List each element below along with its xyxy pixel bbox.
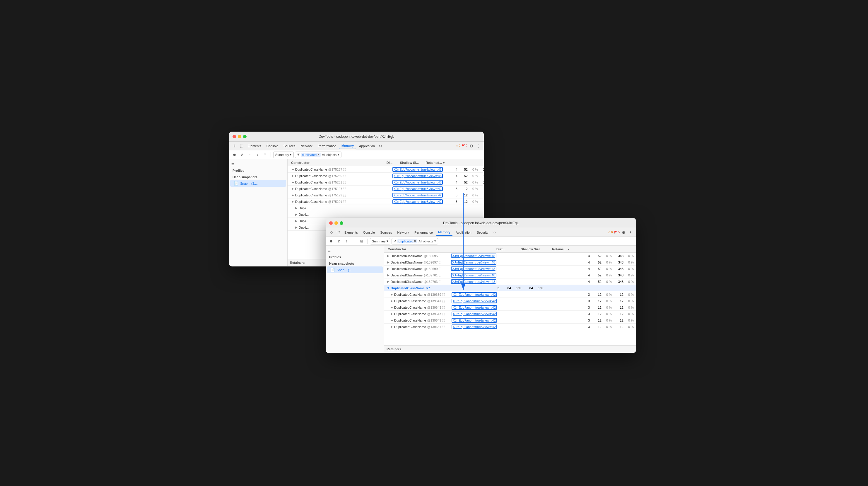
snapshot-item-1[interactable]: 📄 Snap... (3.... <box>230 180 286 187</box>
inspect-icon-2[interactable]: ⬚ <box>335 229 341 236</box>
group-row[interactable]: ▼ DuplicatedClassName ×7 3 84 0 % 84 0 % <box>384 285 636 291</box>
more-tabs-1[interactable]: >> <box>378 144 384 148</box>
error-badge-2: 🚩 5 <box>614 231 620 234</box>
row-link[interactable]: XJrrEgL?nocache=true&view=:42 <box>393 193 443 198</box>
table-row[interactable]: ▶ DuplicatedClassName @139649 ⬚ XJrrEgL?… <box>384 317 636 324</box>
row-link-w2[interactable]: XJrrEgL?anon=true&view=:42 <box>452 305 497 310</box>
cursor-icon-2[interactable]: ⊹ <box>328 229 335 236</box>
row-link-w2[interactable]: XJrrEgL?anon=true&view=:42 <box>452 324 497 329</box>
summary-label-1: Summary <box>275 153 289 156</box>
tab-console-2[interactable]: Console <box>361 229 377 236</box>
row-link-w2[interactable]: XJrrEgL?anon=true&view=:48 <box>451 254 496 258</box>
snapshot-label-1: Snap... (3.... <box>240 182 258 185</box>
tab-security-2[interactable]: Security <box>474 229 491 236</box>
minimize-button[interactable] <box>238 135 241 138</box>
download-btn-2[interactable]: ↓ <box>351 238 357 245</box>
row-link-w2[interactable]: XJrrEgL?anon=true&view=:48 <box>451 266 496 271</box>
tab-application-1[interactable]: Application <box>357 143 377 149</box>
download-btn-1[interactable]: ↓ <box>254 151 260 158</box>
menu-icon-1[interactable]: ⋮ <box>475 143 482 149</box>
inspect-icon[interactable]: ⬚ <box>238 143 245 149</box>
filter-clear-2[interactable]: ✕ <box>414 239 416 243</box>
row-link-w2[interactable]: XJrrEgL?anon=true&view=:48 <box>451 273 496 278</box>
table-row[interactable]: ▶ DuplicatedClassName @139639 ⬚ XJrrEgL?… <box>384 291 636 298</box>
filter-clear-1[interactable]: ✕ <box>317 153 319 156</box>
table-row[interactable]: ▶ Dupli... <box>287 211 484 218</box>
titlebar-2: DevTools - codepen.io/web-dot-dev/pen/XJ… <box>326 218 636 228</box>
row-constructor: ▶ DuplicatedClassName @175261 ⬚ <box>290 180 378 184</box>
tab-memory-1[interactable]: Memory <box>339 143 356 149</box>
summary-dropdown-1[interactable]: Summary ▾ <box>273 151 294 158</box>
row-link-w2[interactable]: XJrrEgL?anon=true&view=:42 <box>452 292 497 297</box>
row-link-w2[interactable]: XJrrEgL?anon=true&view=:42 <box>452 299 497 304</box>
main-content-2: Constructor Dist... Shallow Size Retaine… <box>384 246 636 352</box>
alerts-1: ⚠ 2 🚩 2 <box>456 144 467 147</box>
minimize-button-2[interactable] <box>335 221 338 225</box>
settings-icon-1[interactable]: ⚙ <box>468 143 474 149</box>
traffic-lights-2 <box>329 221 343 225</box>
stats-btn-1[interactable]: ⊟ <box>262 151 268 158</box>
table-row[interactable]: ▶ DuplicatedClassName @175261 ⬚ XJrrEgL?… <box>287 179 484 185</box>
table-row[interactable]: ▶ DuplicatedClassName @175259 ⬚ XJrrEgL?… <box>287 173 484 179</box>
cursor-icon[interactable]: ⊹ <box>231 143 238 149</box>
record-btn-1[interactable]: ⏺ <box>231 151 238 158</box>
tab-network-2[interactable]: Network <box>395 229 411 236</box>
row-link[interactable]: XJrrEgL?nocache=true&view=:48 <box>393 167 443 172</box>
tab-elements-1[interactable]: Elements <box>245 143 264 149</box>
expand-icon[interactable]: ▶ <box>291 168 294 171</box>
stats-btn-2[interactable]: ⊟ <box>359 238 365 245</box>
row-link-w2[interactable]: XJrrEgL?anon=true&view=:42 <box>452 312 497 316</box>
toolbar-2: ⏺ ⊘ ↑ ↓ ⊟ Summary ▾ ⧩ duplicated ✕ All o… <box>326 237 636 246</box>
table-row[interactable]: ▶ DuplicatedClassName @139695 ⬚ XJrrEgL?… <box>384 253 636 259</box>
tab-sources-2[interactable]: Sources <box>378 229 394 236</box>
table-row[interactable]: ▶ DuplicatedClassName @139643 ⬚ XJrrEgL?… <box>384 304 636 311</box>
heapsnapshots-title-1: Heap snapshots <box>229 174 287 180</box>
close-button-2[interactable] <box>329 221 333 225</box>
maximize-button[interactable] <box>243 135 247 138</box>
tab-network-1[interactable]: Network <box>299 143 315 149</box>
row-link-w2[interactable]: XJrrEgL?anon=true&view=:48 <box>451 260 496 265</box>
table-row[interactable]: ▶ DuplicatedClassName @139647 ⬚ XJrrEgL?… <box>384 311 636 317</box>
table-row[interactable]: ▶ DuplicatedClassName @139697 ⬚ XJrrEgL?… <box>384 259 636 265</box>
row-link[interactable]: XJrrEgL?nocache=true&view=:42 <box>393 199 443 204</box>
table-row[interactable]: ▶ DuplicatedClassName @175199 ⬚ XJrrEgL?… <box>287 192 484 198</box>
table-row[interactable]: ▶ Dupli... <box>287 205 484 211</box>
table-row[interactable]: ▶ DuplicatedClassName @175197 ⬚ XJrrEgL?… <box>287 185 484 192</box>
tab-performance-1[interactable]: Performance <box>315 143 339 149</box>
close-button[interactable] <box>232 135 236 138</box>
row-link-w2[interactable]: XJrrEgL?anon=true&view=:42 <box>452 318 497 323</box>
maximize-button-2[interactable] <box>340 221 343 225</box>
more-tabs-2[interactable]: >> <box>491 231 498 234</box>
clear-btn-2[interactable]: ⊘ <box>336 238 342 245</box>
row-link[interactable]: XJrrEgL?nocache=true&view=:42 <box>393 187 443 191</box>
table-row[interactable]: ▶ DuplicatedClassName @139651 ⬚ XJrrEgL?… <box>384 324 636 330</box>
tab-console-1[interactable]: Console <box>264 143 281 149</box>
row-link[interactable]: XJrrEgL?nocache=true&view=:48 <box>393 180 443 185</box>
menu-icon-2[interactable]: ⋮ <box>627 229 634 236</box>
table-row[interactable]: ▶ DuplicatedClassName @139641 ⬚ XJrrEgL?… <box>384 298 636 304</box>
record-btn-2[interactable]: ⏺ <box>328 238 335 245</box>
clear-btn-1[interactable]: ⊘ <box>239 151 245 158</box>
row-link[interactable]: XJrrEgL?nocache=true&view=:48 <box>393 174 443 178</box>
tab-application-2[interactable]: Application <box>453 229 474 236</box>
table-row[interactable]: ▶ DuplicatedClassName @175201 ⬚ XJrrEgL?… <box>287 198 484 205</box>
tab-memory-2[interactable]: Memory <box>436 229 453 236</box>
col-dist-header-1: Di... <box>378 161 393 165</box>
upload-btn-2[interactable]: ↑ <box>343 238 350 245</box>
sidebar-section-header-1: ☰ <box>229 162 287 167</box>
row-link-w2[interactable]: XJrrEgL?anon=true&view=:48 <box>451 279 496 284</box>
tab-sources-1[interactable]: Sources <box>281 143 298 149</box>
error-badge-1: 🚩 2 <box>462 144 467 147</box>
chevron-down-icon-2: ▾ <box>386 239 388 243</box>
summary-dropdown-2[interactable]: Summary ▾ <box>370 238 391 245</box>
tab-elements-2[interactable]: Elements <box>342 229 360 236</box>
tab-performance-2[interactable]: Performance <box>412 229 435 236</box>
snapshot-item-2[interactable]: 📄 Snap... (1.... <box>327 266 383 273</box>
table-row[interactable]: ▶ DuplicatedClassName @175257 ⬚ XJrrEgL?… <box>287 166 484 173</box>
sidebar-2: ☰ Profiles Heap snapshots 📄 Snap... (1..… <box>326 246 384 352</box>
settings-icon-2[interactable]: ⚙ <box>620 229 627 236</box>
table-row[interactable]: ▶ DuplicatedClassName @139703 ⬚ XJrrEgL?… <box>384 279 636 285</box>
upload-btn-1[interactable]: ↑ <box>247 151 253 158</box>
table-row[interactable]: ▶ DuplicatedClassName @139699 ⬚ XJrrEgL?… <box>384 265 636 272</box>
table-row[interactable]: ▶ DuplicatedClassName @139701 ⬚ XJrrEgL?… <box>384 272 636 279</box>
